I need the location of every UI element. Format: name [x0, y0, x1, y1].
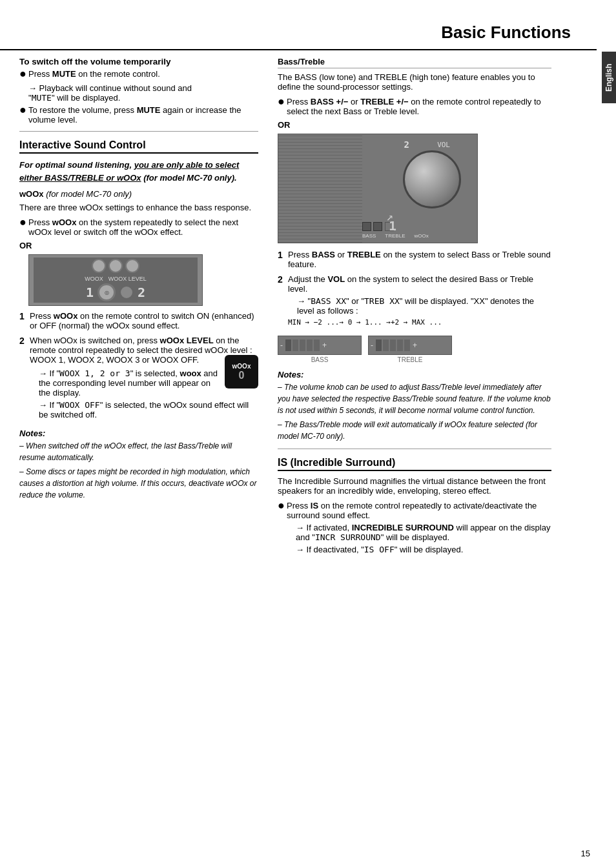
mute-heading: To switch off the volume temporarily	[19, 57, 258, 66]
mute-bullet1: ● Press MUTE on the remote control.	[19, 69, 258, 79]
right-notes-title: Notes:	[278, 370, 551, 379]
or-label-r: OR	[278, 120, 551, 130]
woox-keyword1: wOOx	[52, 217, 77, 227]
bass-btn-label: BASS	[362, 233, 376, 239]
is-bullet: ● Press IS on the remote control repeate…	[278, 501, 551, 557]
right-arrow1: → "BASS XX" or "TREB XX" will be display…	[288, 296, 551, 316]
notes-title-left: Notes:	[19, 429, 258, 438]
bullet-icon2: ●	[19, 104, 28, 116]
right-note1: – The volume knob can be used to adjust …	[278, 381, 551, 416]
right-step2: 2 Adjust the VOL on the system to select…	[278, 274, 551, 330]
tbar-seg3	[390, 339, 396, 351]
step-num-1: 1	[19, 311, 30, 321]
bass-btn	[362, 222, 371, 231]
is-desc: The Incredible Surround magnifies the vi…	[278, 476, 551, 496]
left-display-diagram: WOOX WOOX LEVEL 1 ◎ 2	[28, 254, 203, 306]
page-title: Basic Functions	[0, 13, 597, 50]
woox-step1: 1 Press wOOx on the remote control to sw…	[19, 311, 258, 330]
tbar-seg2	[383, 339, 389, 351]
bar-seg4	[307, 339, 313, 351]
bullet-icon-is: ●	[278, 500, 287, 511]
treble-kw2: TREBLE	[347, 250, 381, 259]
minus-icon2: -	[371, 341, 373, 350]
mute-section: To switch off the volume temporarily ● P…	[19, 57, 258, 125]
plus-icon2: +	[413, 341, 417, 350]
is-kw: IS	[311, 501, 318, 510]
mute-arrow1: → Playback will continue without sound a…	[19, 83, 258, 103]
treble-bar-group: - + TREBLE	[368, 336, 452, 363]
woox-step1-text: Press wOOx on the remote control to swit…	[30, 311, 258, 330]
woox-bullet1-text: Press wOOx on the system repeatedly to s…	[28, 217, 258, 237]
woox-icon: wOOx 0	[225, 355, 258, 389]
woox-desc: There are three wOOx settings to enhance…	[19, 203, 258, 212]
treble-btn-label: TREBLE	[385, 233, 405, 239]
vol-knob	[403, 150, 461, 208]
is-heading: IS (Incredible Surround)	[278, 457, 551, 471]
vol-kw: VOL	[327, 274, 345, 284]
woox-btn-label: wOOx	[414, 233, 428, 239]
is-section: IS (Incredible Surround) The Incredible …	[278, 457, 551, 557]
content-area: To switch off the volume temporarily ● P…	[0, 50, 616, 561]
step-num-2: 2	[19, 336, 30, 346]
bass-kw: BASS +/−	[311, 97, 349, 106]
diagram-inner: VOL 2	[278, 134, 477, 243]
isc-heading: Interactive Sound Control	[19, 139, 258, 154]
bar-seg3	[300, 339, 305, 351]
language-tab: English	[602, 52, 616, 103]
right-note2: – The Bass/Treble mode will exit automat…	[278, 419, 551, 442]
bass-kw2: BASS	[312, 250, 335, 259]
num2-label: 2	[404, 139, 409, 150]
right-notes: Notes: – The volume knob can be used to …	[278, 370, 551, 442]
isc-intro: For optimal sound listening, you are onl…	[19, 159, 258, 184]
tbar-seg4	[397, 339, 403, 351]
mute-bullet1-text: Press MUTE on the remote control.	[28, 69, 258, 79]
bullet-icon-r1: ●	[278, 96, 287, 107]
right-column: Bass/Treble The BASS (low tone) and TREB…	[271, 57, 577, 561]
right-step-num1: 1	[278, 250, 288, 260]
isc-section: Interactive Sound Control For optimal so…	[19, 139, 258, 422]
left-column: To switch off the volume temporarily ● P…	[0, 57, 271, 561]
mute-bullet2-text: To restore the volume, press MUTE again …	[28, 105, 258, 125]
minmax-line: MIN → −2 ...→ 0 → 1... →+2 → MAX ...	[288, 318, 551, 327]
tbar-seg5	[404, 339, 410, 351]
mute-keyword2: MUTE	[137, 105, 161, 115]
bass-bar: - +	[278, 336, 362, 355]
bass-treble-bullet: ● Press BASS +/− or TREBLE +/− on the re…	[278, 97, 551, 116]
right-step2-content: Adjust the VOL on the system to select t…	[288, 274, 551, 330]
mute-keyword: MUTE	[52, 69, 76, 79]
bass-bar-group: - + BASS	[278, 336, 362, 363]
bar-seg1	[285, 339, 291, 351]
right-step1: 1 Press BASS or TREBLE on the system to …	[278, 250, 551, 269]
woox-kw3: wOOx LEVEL	[160, 336, 214, 345]
woox-model: (for model MC-70 only)	[46, 189, 132, 199]
right-display-diagram: VOL 2	[278, 134, 478, 243]
right-step-num2: 2	[278, 274, 288, 285]
minus-icon: -	[280, 341, 283, 350]
tbar-seg1	[376, 339, 382, 351]
button-labels: BASS TREBLE wOOx	[362, 233, 429, 239]
bass-treble-desc: The BASS (low tone) and TREBLE (high ton…	[278, 72, 551, 92]
woox-step2-content: When wOOx is switched on, press wOOx LEV…	[30, 336, 258, 422]
bass-treble-section: Bass/Treble The BASS (low tone) and TREB…	[278, 57, 551, 363]
plus-icon: +	[322, 341, 327, 350]
bass-treble-bars: - + BASS -	[278, 336, 551, 363]
woox-label: wOOx	[19, 189, 44, 199]
woox-arrow2: → If "WOOX OFF" is selected, the wOOx so…	[30, 400, 258, 419]
vol-label: VOL	[437, 141, 450, 149]
woox-subheading: wOOx (for model MC-70 only)	[19, 189, 258, 199]
treble-btn	[373, 222, 382, 231]
incredible-surround-kw: INCREDIBLE SURROUND	[352, 523, 454, 532]
treble-kw: TREBLE +/−	[360, 97, 408, 106]
bass-bar-label: BASS	[278, 356, 362, 363]
divider1	[19, 131, 258, 132]
woox-kw2: wOOx	[54, 311, 78, 321]
treble-bar-label: TREBLE	[368, 356, 452, 363]
bar-seg5	[314, 339, 320, 351]
is-arrow2: → If deactivated, "IS OFF" will be displ…	[287, 545, 551, 554]
bar-seg2	[293, 339, 298, 351]
is-arrow1: → If activated, INCREDIBLE SURROUND will…	[287, 523, 551, 542]
treble-bar: - +	[368, 336, 452, 355]
mute-bullet2: ● To restore the volume, press MUTE agai…	[19, 105, 258, 125]
woox-arrow1: → If "WOOX 1, 2 or 3" is selected, woox …	[30, 368, 258, 398]
bass-treble-label: Bass/Treble	[278, 57, 325, 66]
